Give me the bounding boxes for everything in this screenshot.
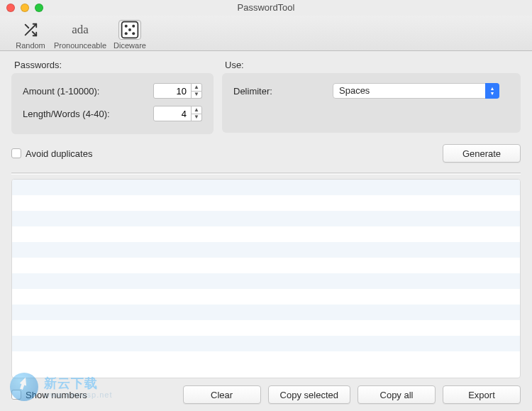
mode-pronounceable[interactable]: ada Pronounceable [55,18,105,50]
list-item [12,180,520,195]
list-item [12,289,520,305]
chevron-down-icon[interactable]: ▼ [191,114,202,122]
chevron-up-icon[interactable]: ▲ [191,106,202,114]
amount-label: Amount (1-10000): [23,86,153,97]
mode-diceware-label: Diceware [113,41,146,50]
list-item [12,226,520,242]
mode-random[interactable]: Random [6,18,55,50]
shuffle-icon [19,20,42,40]
delimiter-select[interactable]: Spaces [333,83,499,99]
generate-button[interactable]: Generate [443,144,521,163]
show-numbers-checkbox[interactable]: Show numbers [11,390,87,400]
use-panel: Delimiter: Spaces [222,73,521,133]
svg-point-4 [125,25,128,28]
clear-button[interactable]: Clear [183,385,261,404]
length-input[interactable] [153,106,192,121]
delimiter-value: Spaces [333,83,499,99]
show-numbers-label: Show numbers [26,390,87,400]
svg-point-7 [125,32,128,35]
svg-line-2 [26,25,29,28]
list-item [12,273,520,289]
list-item [12,336,520,351]
list-item [12,305,520,320]
dice-icon [118,20,141,40]
minimize-icon[interactable] [21,4,29,12]
chevron-down-icon[interactable]: ▼ [191,92,202,99]
checkbox-icon [11,148,21,158]
delimiter-label: Delimiter: [233,86,333,97]
mode-diceware[interactable]: Diceware [105,18,155,50]
titlebar: PasswordTool [0,0,532,16]
length-label: Length/Words (4-40): [23,109,153,119]
window-controls [6,4,43,12]
close-icon[interactable] [6,4,15,12]
amount-stepper[interactable]: ▲ ▼ [192,83,202,99]
content-area: Passwords: Amount (1-10000): ▲ ▼ Length/… [0,51,532,411]
length-stepper[interactable]: ▲ ▼ [192,106,202,121]
mode-toolbar: Random ada Pronounceable Diceware [0,16,532,51]
svg-point-5 [132,25,135,28]
list-item [12,211,520,226]
mode-random-label: Random [16,41,45,50]
passwords-section-title: Passwords: [11,60,214,70]
section-divider [11,172,521,175]
chevron-up-icon[interactable]: ▲ [191,83,202,92]
list-item [12,242,520,258]
zoom-icon[interactable] [35,4,43,12]
list-item [12,258,520,273]
svg-point-8 [132,32,135,35]
amount-input[interactable] [153,83,192,99]
avoid-duplicates-checkbox[interactable]: Avoid duplicates [11,148,92,159]
copy-all-button[interactable]: Copy all [358,385,436,404]
passwords-panel: Amount (1-10000): ▲ ▼ Length/Words (4-40… [11,73,214,134]
checkbox-icon [11,390,21,400]
copy-selected-button[interactable]: Copy selected [268,385,350,404]
use-section-title: Use: [222,60,521,70]
list-item [12,195,520,211]
list-item [12,320,520,336]
text-icon: ada [69,20,92,40]
select-arrows-icon [485,83,499,99]
avoid-duplicates-label: Avoid duplicates [26,148,92,159]
mode-pronounceable-label: Pronounceable [54,41,106,50]
window-title: PasswordTool [238,2,295,13]
results-list[interactable] [11,179,521,378]
export-button[interactable]: Export [443,385,521,404]
svg-point-6 [128,28,131,31]
